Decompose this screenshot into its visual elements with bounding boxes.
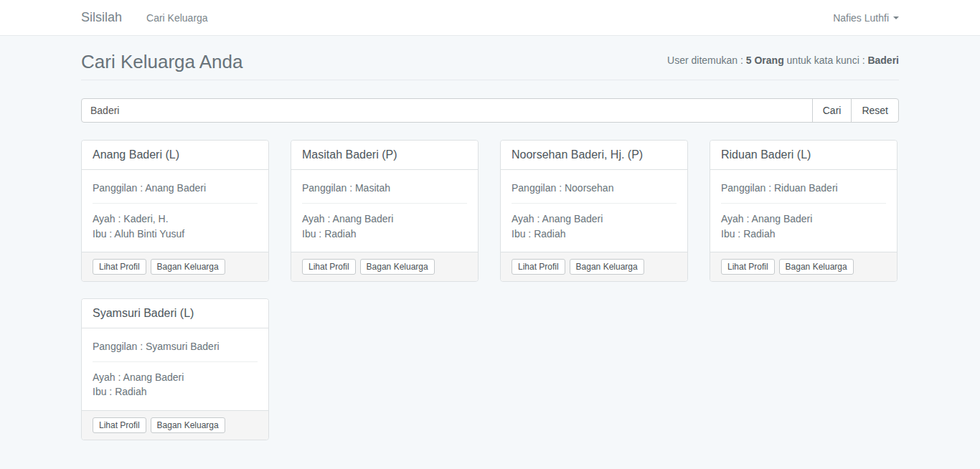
lihat-profil-button[interactable]: Lihat Profil <box>721 259 775 275</box>
card-panggilan: Panggilan : Riduan Baderi <box>721 181 886 195</box>
summary-keyword: Baderi <box>867 55 899 66</box>
card-footer: Lihat Profil Bagan Keluarga <box>501 252 687 281</box>
person-card: Riduan Baderi (L) Panggilan : Riduan Bad… <box>710 140 897 282</box>
card-title: Noorsehan Baderi, Hj. (P) <box>512 148 677 161</box>
reset-button[interactable]: Reset <box>851 98 899 123</box>
card-ayah: Ayah : Kaderi, H. <box>93 212 258 226</box>
lihat-profil-button[interactable]: Lihat Profil <box>93 417 146 433</box>
card-footer: Lihat Profil Bagan Keluarga <box>82 410 268 440</box>
bagan-keluarga-button[interactable]: Bagan Keluarga <box>779 259 854 275</box>
person-card: Syamsuri Baderi (L) Panggilan : Syamsuri… <box>81 298 269 440</box>
card-footer: Lihat Profil Bagan Keluarga <box>291 252 478 281</box>
bagan-keluarga-button[interactable]: Bagan Keluarga <box>151 417 225 433</box>
page-header: Cari Keluarga Anda User ditemukan : 5 Or… <box>81 52 899 80</box>
card-ibu: Ibu : Radiah <box>512 227 677 241</box>
card-panggilan: Panggilan : Noorsehan <box>512 181 677 195</box>
lihat-profil-button[interactable]: Lihat Profil <box>302 259 356 275</box>
summary-prefix: User ditemukan : <box>667 55 746 66</box>
summary-middle: untuk kata kunci : <box>784 55 868 66</box>
card-body: Panggilan : Anang Baderi Ayah : Kaderi, … <box>82 170 268 252</box>
card-ibu: Ibu : Radiah <box>302 227 467 241</box>
card-body: Panggilan : Riduan Baderi Ayah : Anang B… <box>710 170 897 252</box>
card-title: Anang Baderi (L) <box>93 148 258 161</box>
summary-count: 5 Orang <box>746 55 784 66</box>
card-body: Panggilan : Noorsehan Ayah : Anang Bader… <box>501 170 687 252</box>
card-ibu: Ibu : Radiah <box>93 384 258 399</box>
user-name: Nafies Luthfi <box>833 12 889 24</box>
card-title: Riduan Baderi (L) <box>721 148 886 161</box>
card-divider <box>512 203 677 204</box>
nav-item-cari-keluarga[interactable]: Cari Keluarga <box>146 12 208 24</box>
search-input[interactable] <box>81 98 813 123</box>
card-header: Masitah Baderi (P) <box>291 141 478 170</box>
card-divider <box>721 203 886 204</box>
bagan-keluarga-button[interactable]: Bagan Keluarga <box>570 259 644 275</box>
card-footer: Lihat Profil Bagan Keluarga <box>710 252 897 281</box>
card-ayah: Ayah : Anang Baderi <box>721 212 886 226</box>
card-ayah: Ayah : Anang Baderi <box>93 370 258 384</box>
card-divider <box>93 361 258 362</box>
user-dropdown[interactable]: Nafies Luthfi <box>833 12 899 24</box>
card-header: Riduan Baderi (L) <box>710 141 897 170</box>
bagan-keluarga-button[interactable]: Bagan Keluarga <box>151 259 225 275</box>
card-panggilan: Panggilan : Anang Baderi <box>93 181 258 195</box>
card-ayah: Ayah : Anang Baderi <box>302 212 467 226</box>
result-summary: User ditemukan : 5 Orang untuk kata kunc… <box>667 55 899 66</box>
card-ayah: Ayah : Anang Baderi <box>512 212 677 226</box>
card-title: Syamsuri Baderi (L) <box>93 307 258 320</box>
card-header: Noorsehan Baderi, Hj. (P) <box>501 141 687 170</box>
card-body: Panggilan : Masitah Ayah : Anang Baderi … <box>291 170 478 252</box>
cari-button[interactable]: Cari <box>812 98 852 123</box>
main-content: Cari Keluarga Anda User ditemukan : 5 Or… <box>81 52 899 440</box>
lihat-profil-button[interactable]: Lihat Profil <box>512 259 565 275</box>
chevron-down-icon <box>893 16 899 19</box>
card-divider <box>302 203 467 204</box>
card-divider <box>93 203 258 204</box>
bagan-keluarga-button[interactable]: Bagan Keluarga <box>360 259 435 275</box>
search-bar: Cari Reset <box>81 98 899 123</box>
lihat-profil-button[interactable]: Lihat Profil <box>93 259 146 275</box>
card-panggilan: Panggilan : Syamsuri Baderi <box>93 339 258 354</box>
brand-link[interactable]: Silsilah <box>81 10 122 25</box>
person-card: Masitah Baderi (P) Panggilan : Masitah A… <box>291 140 479 282</box>
card-title: Masitah Baderi (P) <box>302 148 467 161</box>
page-title: Cari Keluarga Anda <box>81 52 242 71</box>
navbar: Silsilah Cari Keluarga Nafies Luthfi <box>0 0 980 36</box>
person-card: Noorsehan Baderi, Hj. (P) Panggilan : No… <box>500 140 688 282</box>
card-header: Anang Baderi (L) <box>82 141 268 170</box>
card-body: Panggilan : Syamsuri Baderi Ayah : Anang… <box>82 328 268 410</box>
card-ibu: Ibu : Radiah <box>721 227 886 241</box>
card-footer: Lihat Profil Bagan Keluarga <box>82 252 268 281</box>
card-panggilan: Panggilan : Masitah <box>302 181 467 195</box>
card-ibu: Ibu : Aluh Binti Yusuf <box>93 227 258 241</box>
card-header: Syamsuri Baderi (L) <box>82 299 268 328</box>
results-grid: Anang Baderi (L) Panggilan : Anang Bader… <box>81 140 899 440</box>
person-card: Anang Baderi (L) Panggilan : Anang Bader… <box>81 140 269 282</box>
